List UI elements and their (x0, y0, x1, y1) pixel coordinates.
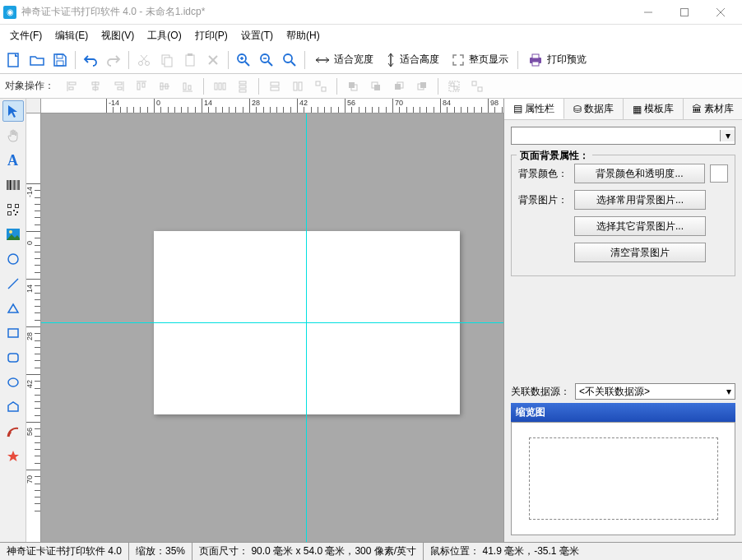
svg-line-93 (8, 279, 18, 289)
same-width-button[interactable] (265, 76, 285, 96)
bring-front-button[interactable] (343, 76, 363, 96)
guide-horizontal[interactable] (41, 322, 503, 323)
svg-rect-59 (316, 81, 320, 86)
guide-vertical[interactable] (306, 113, 307, 542)
menu-print[interactable]: 打印(P) (188, 25, 234, 46)
open-button[interactable] (26, 49, 48, 71)
svg-rect-82 (8, 205, 11, 207)
distribute-v-button[interactable] (233, 76, 253, 96)
thumbnail-header: 缩览图 (511, 403, 735, 422)
align-left-button[interactable] (63, 76, 82, 96)
svg-rect-73 (478, 87, 482, 91)
minimize-button[interactable] (630, 1, 666, 24)
menu-view[interactable]: 视图(V) (95, 25, 141, 46)
copy-button[interactable] (156, 49, 178, 71)
ungroup-button[interactable] (467, 76, 487, 96)
bring-forward-button[interactable] (389, 76, 409, 96)
same-height-button[interactable] (288, 76, 308, 96)
zoom-in-button[interactable] (233, 49, 254, 71)
delete-button[interactable] (202, 49, 224, 71)
align-bottom-button[interactable] (178, 76, 197, 96)
star-tool[interactable] (2, 446, 24, 467)
maximize-button[interactable] (666, 1, 703, 24)
canvas[interactable] (41, 113, 503, 542)
text-tool[interactable]: A (2, 150, 24, 171)
align-center-v-button[interactable] (155, 76, 174, 96)
menu-tools[interactable]: 工具(O) (141, 25, 188, 46)
full-page-button[interactable]: 整页显示 (446, 49, 513, 71)
redo-button[interactable] (103, 49, 124, 71)
bg-color-label: 背景颜色： (518, 167, 569, 181)
fit-width-button[interactable]: 适合宽度 (309, 49, 378, 71)
menu-file[interactable]: 文件(F) (3, 25, 49, 46)
paste-button[interactable] (179, 49, 201, 71)
object-selector-dropdown[interactable]: ▾ (511, 127, 735, 145)
ruler-corner (26, 99, 41, 113)
arc-tool[interactable] (2, 421, 24, 442)
workspace: A ▤属性栏 ⛁数据库 ▦模板 (0, 99, 742, 542)
distribute-h-button[interactable] (210, 76, 230, 96)
ruler-vertical[interactable] (26, 113, 41, 542)
menu-edit[interactable]: 编辑(E) (49, 25, 95, 46)
menu-settings[interactable]: 设置(T) (234, 25, 280, 46)
bg-image-other-button[interactable]: 选择其它背景图片... (574, 216, 706, 236)
svg-rect-94 (8, 329, 18, 337)
main-toolbar: 适合宽度 适合高度 整页显示 打印预览 (0, 46, 742, 74)
svg-rect-30 (532, 62, 539, 66)
svg-rect-38 (115, 82, 122, 85)
thumbnail-page (529, 437, 718, 520)
new-button[interactable] (3, 49, 25, 71)
fit-width-label: 适合宽度 (334, 53, 373, 67)
svg-rect-53 (239, 86, 246, 88)
bg-image-clear-button[interactable]: 清空背景图片 (574, 243, 706, 262)
ellipse-tool[interactable] (2, 372, 24, 393)
svg-rect-87 (13, 210, 15, 211)
bg-image-common-button[interactable]: 选择常用背景图片... (574, 190, 706, 210)
menu-help[interactable]: 帮助(H) (280, 25, 327, 46)
qrcode-tool[interactable] (2, 199, 24, 220)
tab-database[interactable]: ⛁数据库 (564, 99, 624, 119)
hand-tool[interactable] (2, 125, 24, 146)
align-center-h-button[interactable] (86, 76, 105, 96)
datasource-row: 关联数据源： <不关联数据源> ▾ (511, 380, 735, 403)
svg-line-9 (141, 55, 147, 62)
assets-icon: 🏛 (692, 104, 702, 115)
status-bar: 神奇证卡证书打印软件 4.0 缩放：35% 页面尺寸： 90.0 毫米 x 54… (0, 542, 742, 560)
group-button[interactable] (444, 76, 464, 96)
image-tool[interactable] (2, 224, 24, 245)
cut-button[interactable] (133, 49, 155, 71)
polygon-tool[interactable] (2, 396, 24, 418)
line-tool[interactable] (2, 273, 24, 294)
zoom-reset-button[interactable] (279, 49, 300, 71)
send-backward-button[interactable] (412, 76, 432, 96)
tab-properties[interactable]: ▤属性栏 (504, 99, 564, 119)
align-top-button[interactable] (132, 76, 151, 96)
tab-assets[interactable]: 🏛素材库 (684, 99, 743, 119)
save-button[interactable] (49, 49, 71, 71)
rect-tool[interactable] (2, 322, 24, 344)
full-page-icon (451, 53, 466, 67)
ruler-horizontal[interactable] (41, 99, 503, 113)
svg-rect-54 (239, 90, 246, 92)
bg-color-swatch[interactable] (710, 164, 728, 183)
same-size-button[interactable] (311, 76, 331, 96)
fit-height-button[interactable]: 适合高度 (380, 49, 444, 71)
send-back-button[interactable] (366, 76, 386, 96)
align-right-button[interactable] (109, 76, 128, 96)
svg-rect-13 (186, 55, 194, 66)
bg-color-button[interactable]: 背景颜色和透明度... (574, 164, 705, 183)
svg-rect-56 (271, 87, 279, 90)
fit-height-label: 适合高度 (400, 53, 439, 67)
roundrect-tool[interactable] (2, 347, 24, 368)
close-button[interactable] (703, 1, 739, 24)
print-preview-button[interactable]: 打印预览 (522, 49, 591, 71)
barcode-tool[interactable] (2, 174, 24, 196)
circle-tool[interactable] (2, 248, 24, 270)
datasource-select[interactable]: <不关联数据源> ▾ (575, 383, 735, 400)
zoom-out-button[interactable] (256, 49, 277, 71)
tab-templates[interactable]: ▦模板库 (624, 99, 684, 119)
select-tool[interactable] (2, 100, 24, 122)
undo-button[interactable] (80, 49, 101, 71)
page-background-group: 页面背景属性： 背景颜色： 背景颜色和透明度... 背景图片： 选择常用背景图片… (511, 155, 735, 276)
triangle-tool[interactable] (2, 298, 24, 319)
